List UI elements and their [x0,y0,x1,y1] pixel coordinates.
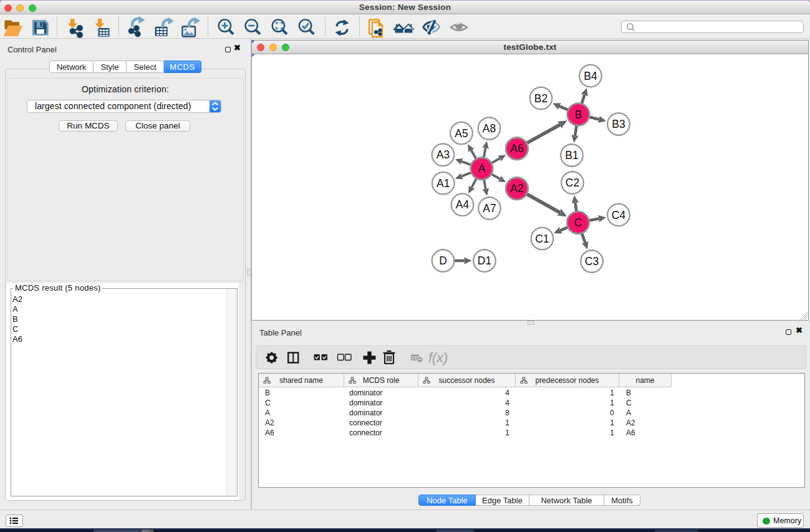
svg-text:A3: A3 [436,148,450,161]
svg-text:C: C [574,216,582,229]
svg-text:C4: C4 [612,209,626,221]
svg-text:B4: B4 [584,70,597,82]
svg-text:D1: D1 [478,254,491,267]
svg-text:B3: B3 [612,118,625,130]
svg-text:B: B [575,109,582,121]
svg-text:C3: C3 [585,255,599,268]
svg-text:A8: A8 [483,122,496,135]
svg-text:C2: C2 [566,177,579,189]
svg-text:A1: A1 [436,177,450,190]
svg-text:A7: A7 [483,202,496,215]
svg-text:A2: A2 [510,182,523,195]
svg-text:D: D [439,254,447,267]
svg-text:A4: A4 [456,198,470,211]
svg-text:A5: A5 [455,127,468,140]
svg-text:f(x): f(x) [428,351,448,365]
svg-text:A6: A6 [510,142,523,155]
svg-text:C1: C1 [535,233,549,245]
svg-text:A: A [478,162,486,175]
svg-text:B2: B2 [534,92,547,105]
svg-text:B1: B1 [565,149,578,162]
